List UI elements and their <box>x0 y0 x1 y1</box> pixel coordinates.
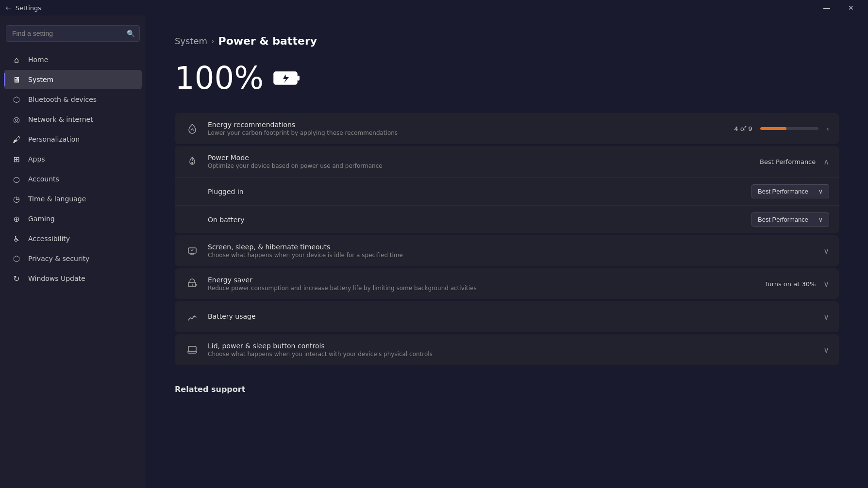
power-sub-row: On batteryBest Performance∨ <box>175 206 839 233</box>
energy_saver-title: Energy saver <box>208 276 765 284</box>
lid_controls-text: Lid, power & sleep button controlsChoose… <box>208 342 819 358</box>
sidebar-item-label-gaming: Gaming <box>28 215 55 223</box>
row-energy_saver[interactable]: Energy saverReduce power consumption and… <box>175 268 839 299</box>
personalization-icon: 🖌 <box>12 134 21 144</box>
titlebar-controls: — ✕ <box>816 0 862 16</box>
sidebar-item-accounts[interactable]: ○Accounts <box>4 169 142 189</box>
settings-sections: Energy recommendationsLower your carbon … <box>175 113 839 365</box>
sidebar-item-label-network: Network & internet <box>28 115 93 123</box>
accounts-icon: ○ <box>12 174 21 184</box>
sidebar-item-label-apps: Apps <box>28 155 45 163</box>
screen_sleep-chevron: ∨ <box>823 246 829 256</box>
energy_recommendations-title: Energy recommendations <box>208 121 734 129</box>
dropdown-chevron-icon: ∨ <box>818 216 823 223</box>
search-icon: 🔍 <box>127 30 135 37</box>
sidebar-nav: ⌂Home🖥System⬡Bluetooth & devices◎Network… <box>0 49 146 289</box>
sidebar: 🔍 ⌂Home🖥System⬡Bluetooth & devices◎Netwo… <box>0 16 146 488</box>
sidebar-item-label-accessibility: Accessibility <box>28 235 70 243</box>
lid_controls-subtitle: Choose what happens when you interact wi… <box>208 351 819 358</box>
battery_usage-right: ∨ <box>819 312 829 322</box>
close-button[interactable]: ✕ <box>840 0 862 16</box>
energy_recommendations-value: 4 of 9 <box>734 125 752 132</box>
sidebar-item-system[interactable]: 🖥System <box>4 70 142 89</box>
energy_recommendations-icon <box>184 121 200 136</box>
related-support-title: Related support <box>175 385 245 394</box>
breadcrumb-arrow: › <box>211 36 214 46</box>
screen_sleep-subtitle: Choose what happens when your device is … <box>208 252 819 259</box>
sidebar-item-label-bluetooth: Bluetooth & devices <box>28 96 97 103</box>
power-mode-subtitle: Optimize your device based on power use … <box>208 163 760 169</box>
sidebar-item-gaming[interactable]: ⊕Gaming <box>4 209 142 228</box>
power-mode-chevron: ∧ <box>823 157 829 166</box>
sidebar-item-bluetooth[interactable]: ⬡Bluetooth & devices <box>4 90 142 109</box>
power-mode-header[interactable]: Power ModeOptimize your device based on … <box>175 146 839 178</box>
svg-rect-6 <box>196 284 197 286</box>
energy_recommendations-text: Energy recommendationsLower your carbon … <box>208 121 734 136</box>
battery-display: 100% <box>175 63 839 94</box>
section-screen_sleep: Screen, sleep, & hibernate timeoutsChoos… <box>175 235 839 266</box>
section-energy_saver: Energy saverReduce power consumption and… <box>175 268 839 299</box>
row-energy_recommendations[interactable]: Energy recommendationsLower your carbon … <box>175 113 839 144</box>
breadcrumb-current: Power & battery <box>218 35 317 47</box>
battery_usage-text: Battery usage <box>208 312 819 321</box>
power-mode-dropdown[interactable]: Best Performance∨ <box>751 184 829 198</box>
sidebar-item-accessibility[interactable]: ♿Accessibility <box>4 229 142 248</box>
power-mode-text: Power ModeOptimize your device based on … <box>208 154 760 169</box>
row-lid_controls[interactable]: Lid, power & sleep button controlsChoose… <box>175 334 839 365</box>
svg-rect-7 <box>188 346 196 351</box>
sidebar-item-apps[interactable]: ⊞Apps <box>4 149 142 169</box>
sidebar-item-privacy[interactable]: ⬡Privacy & security <box>4 249 142 268</box>
power-mode-value: Best Performance <box>760 158 816 165</box>
energy_saver-right: Turns on at 30%∨ <box>765 279 829 289</box>
energy_saver-chevron: ∨ <box>823 279 829 289</box>
screen_sleep-right: ∨ <box>819 246 829 256</box>
battery-icon <box>273 69 300 87</box>
sidebar-item-label-accounts: Accounts <box>28 175 59 183</box>
search-input[interactable] <box>6 25 140 42</box>
screen_sleep-title: Screen, sleep, & hibernate timeouts <box>208 243 819 251</box>
sidebar-item-windows_update[interactable]: ↻Windows Update <box>4 269 142 288</box>
sidebar-item-home[interactable]: ⌂Home <box>4 50 142 69</box>
energy_saver-icon <box>184 276 200 292</box>
titlebar: ← Settings — ✕ <box>0 0 868 16</box>
titlebar-title: Settings <box>16 4 41 12</box>
battery-percent: 100% <box>175 63 264 94</box>
sidebar-item-time[interactable]: ◷Time & language <box>4 189 142 209</box>
power-mode-right: Best Performance∧ <box>760 157 829 166</box>
minimize-button[interactable]: — <box>816 0 838 16</box>
power-mode-dropdown[interactable]: Best Performance∨ <box>751 212 829 227</box>
power-mode-title: Power Mode <box>208 154 760 162</box>
accessibility-icon: ♿ <box>12 234 21 244</box>
power-mode-icon <box>184 154 200 169</box>
energy_recommendations-progress <box>760 127 818 130</box>
screen_sleep-text: Screen, sleep, & hibernate timeoutsChoos… <box>208 243 819 259</box>
breadcrumb-parent[interactable]: System <box>175 36 207 46</box>
sidebar-item-personalization[interactable]: 🖌Personalization <box>4 130 142 149</box>
section-energy_recommendations: Energy recommendationsLower your carbon … <box>175 113 839 144</box>
dropdown-value: Best Performance <box>758 188 808 195</box>
row-screen_sleep[interactable]: Screen, sleep, & hibernate timeoutsChoos… <box>175 235 839 266</box>
breadcrumb: System › Power & battery <box>175 35 839 47</box>
lid_controls-chevron: ∨ <box>823 345 829 355</box>
search-container: 🔍 <box>6 25 140 42</box>
battery_usage-title: Battery usage <box>208 312 819 320</box>
back-icon[interactable]: ← <box>6 4 12 12</box>
sidebar-item-label-system: System <box>28 76 53 83</box>
battery_usage-icon <box>184 309 200 325</box>
section-battery_usage: Battery usage∨ <box>175 301 839 332</box>
battery_usage-chevron: ∨ <box>823 312 829 322</box>
power-sub-row: Plugged inBest Performance∨ <box>175 178 839 206</box>
row-battery_usage[interactable]: Battery usage∨ <box>175 301 839 332</box>
sidebar-item-label-windows_update: Windows Update <box>28 275 85 282</box>
lid_controls-right: ∨ <box>819 345 829 355</box>
dropdown-value: Best Performance <box>758 216 808 223</box>
svg-point-3 <box>191 162 193 164</box>
lid_controls-icon <box>184 342 200 358</box>
sidebar-item-network[interactable]: ◎Network & internet <box>4 110 142 129</box>
related-support: Related support <box>175 381 839 394</box>
svg-rect-2 <box>297 76 300 81</box>
energy_saver-value: Turns on at 30% <box>765 280 816 288</box>
energy_saver-subtitle: Reduce power consumption and increase ba… <box>208 285 765 292</box>
energy_saver-text: Energy saverReduce power consumption and… <box>208 276 765 292</box>
apps-icon: ⊞ <box>12 154 21 164</box>
